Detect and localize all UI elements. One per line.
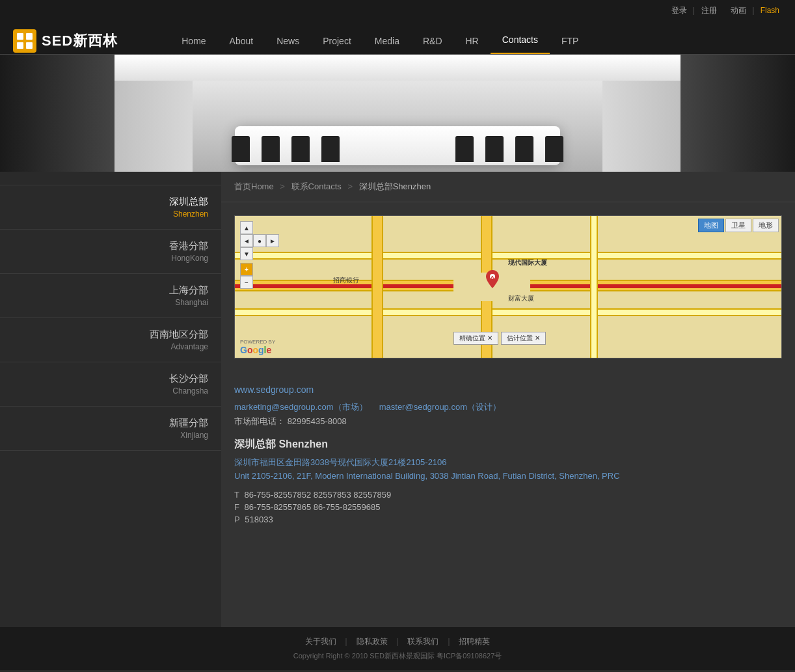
footer: 关于我们 ｜ 隐私政策 ｜ 联系我们 ｜ 招聘精英 Copyright Righ… <box>0 627 795 670</box>
footer-privacy[interactable]: 隐私政策 <box>357 637 388 646</box>
sidebar-english-shenzhen: Shenzhen <box>0 209 208 219</box>
email-design[interactable]: master@sedgroup.com（设计） <box>379 402 501 412</box>
sidebar-item-changsha[interactable]: 长沙分部 Changsha <box>0 362 221 407</box>
tel-number: 86-755-82557852 82557853 82557859 <box>245 490 392 500</box>
logo: SED新西林 <box>13 29 118 53</box>
breadcrumb-sep2: > <box>347 181 355 191</box>
animation-link[interactable]: 动画 <box>731 6 746 15</box>
main-nav: Home About News Project Media R&D HR Con… <box>170 28 590 54</box>
map-zoom-out[interactable]: − <box>240 276 253 289</box>
sidebar-chinese-shenzhen: 深圳总部 <box>0 196 208 208</box>
map-zoom-in[interactable]: + <box>240 263 253 276</box>
estimate-location-btn[interactable]: 估计位置 ✕ <box>501 332 546 345</box>
header: SED新西林 Home About News Project Media R&D… <box>0 21 795 55</box>
sep2: | <box>752 6 754 15</box>
sidebar-chinese-changsha: 长沙分部 <box>0 373 208 385</box>
sidebar-item-hongkong[interactable]: 香港分部 HongKong <box>0 230 221 274</box>
nav-ftp[interactable]: FTP <box>550 29 590 54</box>
nav-news[interactable]: News <box>265 29 311 54</box>
sidebar-item-southwest[interactable]: 西南地区分部 Advantage <box>0 318 221 362</box>
sidebar-chinese-shanghai: 上海分部 <box>0 284 208 297</box>
precise-location-btn[interactable]: 精确位置 ✕ <box>453 332 498 345</box>
top-bar: 登录 | 注册 动画 | Flash <box>0 0 795 21</box>
footer-about[interactable]: 关于我们 <box>305 637 336 646</box>
post-label: P <box>234 515 240 524</box>
tel-line: T 86-755-82557852 82557853 82557859 <box>234 490 782 500</box>
sidebar-chinese-southwest: 西南地区分部 <box>0 329 208 341</box>
sidebar-item-shenzhen[interactable]: 深圳总部 Shenzhen <box>0 185 221 230</box>
sidebar-english-changsha: Changsha <box>0 386 208 396</box>
contact-website: www.sedgroup.com <box>234 384 782 395</box>
footer-contact[interactable]: 联系我们 <box>407 637 438 646</box>
address-cn: 深圳市福田区金田路3038号现代国际大厦21楼2105-2106 <box>234 457 782 468</box>
nav-media[interactable]: Media <box>363 29 411 54</box>
contact-emails: marketing@sedgroup.com（市场） master@sedgro… <box>234 401 782 413</box>
svg-rect-3 <box>26 42 33 49</box>
footer-sep1: ｜ <box>342 637 350 646</box>
tel-label: T <box>234 490 239 500</box>
map-pan-center[interactable]: ● <box>253 234 266 247</box>
breadcrumb-home[interactable]: 首页Home <box>234 181 274 191</box>
sidebar-item-shanghai[interactable]: 上海分部 Shanghai <box>0 274 221 318</box>
login-link[interactable]: 登录 <box>671 6 687 15</box>
map-pan-left[interactable]: ◄ <box>240 234 253 247</box>
map-type-terrain[interactable]: 地形 <box>753 219 779 232</box>
breadcrumb-contacts[interactable]: 联系Contacts <box>291 181 342 191</box>
footer-sep2: ｜ <box>394 637 401 646</box>
hero-image <box>115 55 680 172</box>
breadcrumb-current: 深圳总部Shenzhen <box>359 181 431 191</box>
phone-label: 市场部电话： <box>234 416 285 426</box>
nav-about[interactable]: About <box>218 29 265 54</box>
map-pan-right[interactable]: ► <box>266 234 279 247</box>
map-type-satellite[interactable]: 卫星 <box>725 219 751 232</box>
svg-text:A: A <box>491 275 495 280</box>
main-container: 深圳总部 Shenzhen 香港分部 HongKong 上海分部 Shangha… <box>0 172 795 627</box>
footer-recruit[interactable]: 招聘精英 <box>459 637 490 646</box>
nav-contacts[interactable]: Contacts <box>491 28 550 54</box>
map-marker: A <box>486 270 499 288</box>
footer-sep3: ｜ <box>445 637 453 646</box>
sidebar-english-hongkong: HongKong <box>0 254 208 263</box>
register-link[interactable]: 注册 <box>701 6 717 15</box>
sidebar-english-shanghai: Shanghai <box>0 298 208 307</box>
map-zoom-up[interactable]: ▲ <box>240 221 253 234</box>
svg-rect-0 <box>17 33 23 40</box>
logo-icon <box>13 29 36 53</box>
breadcrumb-sep1: > <box>280 181 287 191</box>
map-controls: ▲ ◄ ● ► ▼ + − <box>240 221 279 289</box>
address-en: Unit 2105-2106, 21F, Modern Internationa… <box>234 471 782 481</box>
fax-number: 86-755-82557865 86-755-82559685 <box>245 502 381 512</box>
nav-rd[interactable]: R&D <box>411 29 454 54</box>
sidebar-chinese-hongkong: 香港分部 <box>0 240 208 252</box>
sep1: | <box>693 6 695 15</box>
map-zoom-down[interactable]: ▼ <box>240 247 253 260</box>
sidebar-english-southwest: Advantage <box>0 342 208 351</box>
contact-section: www.sedgroup.com marketing@sedgroup.com（… <box>221 371 795 540</box>
flash-link[interactable]: Flash <box>761 6 779 15</box>
nav-home[interactable]: Home <box>170 29 217 54</box>
sidebar-english-xinjiang: Xinjiang <box>0 431 208 440</box>
post-line: P 518033 <box>234 515 782 524</box>
map-type-map[interactable]: 地图 <box>698 219 724 232</box>
sidebar-chinese-xinjiang: 新疆分部 <box>0 417 208 429</box>
hero-banner <box>0 55 795 172</box>
email-market[interactable]: marketing@sedgroup.com（市场） <box>234 402 368 412</box>
fax-label: F <box>234 502 239 512</box>
footer-links: 关于我们 ｜ 隐私政策 ｜ 联系我们 ｜ 招聘精英 <box>13 636 782 647</box>
nav-project[interactable]: Project <box>311 29 363 54</box>
breadcrumb: 首页Home > 联系Contacts > 深圳总部Shenzhen <box>221 172 795 202</box>
sidebar-item-xinjiang[interactable]: 新疆分部 Xinjiang <box>0 407 221 451</box>
content-area: 首页Home > 联系Contacts > 深圳总部Shenzhen <box>221 172 795 627</box>
map-type-buttons: 地图 卫星 地形 <box>698 219 779 232</box>
svg-rect-1 <box>26 33 33 40</box>
contact-phone: 市场部电话： 82995435-8008 <box>234 416 782 427</box>
office-title: 深圳总部 Shenzhen <box>234 438 782 451</box>
google-logo: POWERED BY Google <box>240 339 275 355</box>
map-container[interactable]: A 地图 卫星 地形 ▲ ◄ ● ► ▼ <box>234 215 782 358</box>
map-background: A 地图 卫星 地形 ▲ ◄ ● ► ▼ <box>235 216 781 358</box>
nav-hr[interactable]: HR <box>454 29 491 54</box>
footer-copyright: Copyright Right © 2010 SED新西林景观国际 粤ICP备0… <box>13 651 782 661</box>
svg-rect-2 <box>17 42 23 49</box>
phone-number: 82995435-8008 <box>288 416 347 426</box>
post-code: 518033 <box>245 515 273 524</box>
